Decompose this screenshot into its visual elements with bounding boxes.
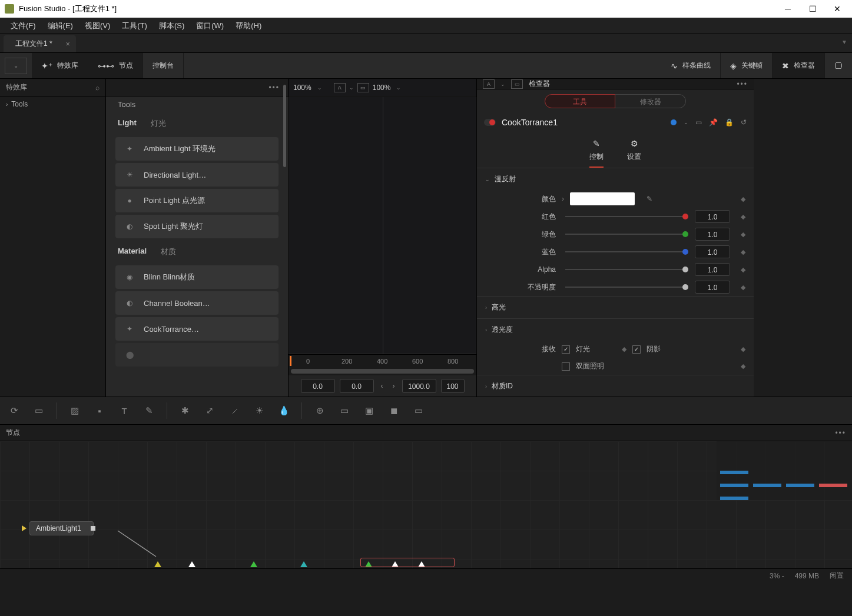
zoom2-value[interactable]: 100%	[373, 84, 391, 92]
node-marker[interactable]	[250, 561, 257, 567]
tab-close-icon[interactable]: ×	[66, 40, 70, 48]
sidebar-item-tools[interactable]: › Tools	[0, 96, 105, 112]
slider-handle[interactable]	[682, 284, 688, 290]
chevron-down-icon[interactable]: ⌄	[500, 81, 505, 87]
menu-tool[interactable]: 工具(T)	[116, 18, 153, 34]
tool-bg-icon[interactable]: ▨	[68, 404, 82, 418]
tool-transform-icon[interactable]: ▭	[337, 404, 352, 418]
toolbar-keyframe[interactable]: ◈ 关键帧	[721, 53, 773, 78]
menu-view[interactable]: 视图(V)	[79, 18, 116, 34]
slider-handle[interactable]	[682, 267, 688, 272]
tool-saver-icon[interactable]: ▭	[32, 404, 46, 418]
node-marker[interactable]	[154, 561, 161, 567]
inspector-menu-icon[interactable]: •••	[737, 80, 748, 88]
node-marker[interactable]	[188, 561, 195, 567]
minimize-button[interactable]: ─	[783, 4, 793, 14]
slider-handle[interactable]	[682, 231, 688, 237]
prev-frame-icon[interactable]: ‹	[379, 382, 386, 390]
value-alpha[interactable]: 1.0	[695, 263, 730, 276]
tool-loader-icon[interactable]: ⟳	[7, 404, 21, 418]
keyframe-icon[interactable]: ◆	[741, 213, 745, 221]
toolbar-spline[interactable]: ∿ 样条曲线	[661, 53, 721, 78]
tab-modifier[interactable]: 修改器	[615, 94, 686, 108]
tool-paint-icon[interactable]: ✎	[142, 404, 156, 418]
time-end[interactable]: 1000.0	[402, 379, 436, 393]
section-specular-header[interactable]: › 高光	[477, 297, 754, 318]
next-frame-icon[interactable]: ›	[390, 382, 397, 390]
toolbar-inspector[interactable]: ✖ 检查器	[773, 53, 825, 78]
minimap[interactable]	[717, 441, 852, 500]
chevron-right-icon[interactable]: ›	[562, 195, 564, 203]
slider-blue[interactable]	[565, 251, 685, 252]
inspector-fit-icon[interactable]: ▭	[511, 79, 523, 89]
slider-red[interactable]	[565, 216, 685, 217]
effect-ambient-light[interactable]: ✦ Ambient Light 环境光	[115, 137, 279, 161]
zoom1-value[interactable]: 100%	[293, 84, 311, 92]
effectlib-menu-icon[interactable]: •••	[268, 84, 280, 92]
toolbar-monitor[interactable]: 🖵	[825, 53, 852, 78]
checkbox-shadow[interactable]	[632, 345, 641, 354]
keyframe-icon[interactable]: ◆	[741, 248, 745, 256]
eyedropper-icon[interactable]: ✎	[647, 195, 652, 203]
menu-script[interactable]: 脚本(S)	[153, 18, 190, 34]
pin-icon[interactable]: 📌	[709, 118, 718, 126]
keyframe-icon[interactable]: ◆	[741, 266, 745, 274]
tool-matte-icon[interactable]: ◼	[387, 404, 401, 418]
slider-opacity[interactable]	[565, 287, 685, 288]
tabbar-menu-icon[interactable]: ▼	[841, 39, 847, 45]
keyframe-icon[interactable]: ◆	[741, 345, 745, 353]
slider-handle[interactable]	[682, 249, 688, 255]
keyframe-icon[interactable]: ◆	[741, 362, 745, 370]
nodes-menu-icon[interactable]: •••	[835, 429, 846, 437]
effect-more[interactable]: ⬤	[115, 343, 279, 367]
effect-point-light[interactable]: ● Point Light 点光源	[115, 189, 279, 212]
value-red[interactable]: 1.0	[695, 210, 730, 223]
tool-colorcurves-icon[interactable]: ⤢	[203, 404, 217, 418]
keyframe-icon[interactable]: ◆	[741, 195, 745, 203]
node-selected-outline[interactable]	[360, 558, 455, 567]
value-blue[interactable]: 1.0	[695, 245, 730, 258]
window-icon[interactable]: ▭	[695, 118, 702, 126]
tool-merge-icon[interactable]: ⊕	[313, 404, 327, 418]
section-matid-header[interactable]: › 材质ID	[477, 375, 754, 397]
effect-channel-boolean[interactable]: ◐ Channel Boolean…	[115, 291, 279, 315]
tool-blur-icon[interactable]: 💧	[277, 404, 291, 418]
menu-window[interactable]: 窗口(W)	[190, 18, 230, 34]
reset-icon[interactable]: ↺	[741, 118, 747, 126]
lock-icon[interactable]: 🔒	[725, 118, 734, 126]
section-trans-header[interactable]: › 透光度	[477, 319, 754, 341]
checkbox-twosided[interactable]	[562, 362, 570, 371]
checkbox-light[interactable]	[562, 345, 570, 354]
toolbar-console[interactable]: 控制台	[143, 53, 184, 78]
close-button[interactable]: ✕	[832, 4, 843, 14]
viewer-canvas[interactable]	[289, 96, 476, 354]
time-ruler[interactable]: 0 200 400 600 800	[289, 354, 476, 367]
subtab-control[interactable]: ✎ 控制	[589, 138, 604, 168]
tool-hue-icon[interactable]: ☀	[252, 404, 266, 418]
effect-directional-light[interactable]: ☀ Directional Light…	[115, 163, 279, 187]
chevron-down-icon[interactable]: ⌄	[396, 85, 401, 91]
slider-green[interactable]	[565, 234, 685, 235]
toolbar-fxlib[interactable]: ✦⁺ 特效库	[32, 53, 88, 78]
efflib-scrollbar[interactable]	[283, 85, 286, 167]
tool-text-icon[interactable]: T	[117, 404, 131, 418]
menu-help[interactable]: 帮助(H)	[230, 18, 267, 34]
maximize-button[interactable]: ☐	[807, 4, 818, 14]
viewer-divider[interactable]	[383, 97, 383, 354]
layout-dropdown[interactable]: ⌄	[5, 58, 27, 74]
playhead[interactable]	[290, 356, 291, 366]
time-current[interactable]: 0.0	[340, 379, 374, 393]
tool-resize-icon[interactable]: ▣	[362, 404, 376, 418]
toolbar-nodes[interactable]: ⊶⊷ 节点	[88, 53, 143, 78]
keyframe-icon[interactable]: ◆	[741, 231, 745, 238]
chevron-down-icon[interactable]: ⌄	[684, 119, 688, 125]
time-range[interactable]: 100	[441, 379, 465, 393]
tool-colorcorrect-icon[interactable]: ⟋	[227, 404, 241, 418]
value-green[interactable]: 1.0	[695, 228, 730, 241]
viewer-a1[interactable]: A	[334, 83, 346, 92]
node-color-icon[interactable]	[671, 119, 677, 125]
chevron-down-icon[interactable]: ⌄	[349, 85, 354, 91]
scrollbar-thumb[interactable]	[291, 369, 474, 374]
menu-edit[interactable]: 编辑(E)	[42, 18, 79, 34]
node-toggle[interactable]	[484, 119, 496, 126]
